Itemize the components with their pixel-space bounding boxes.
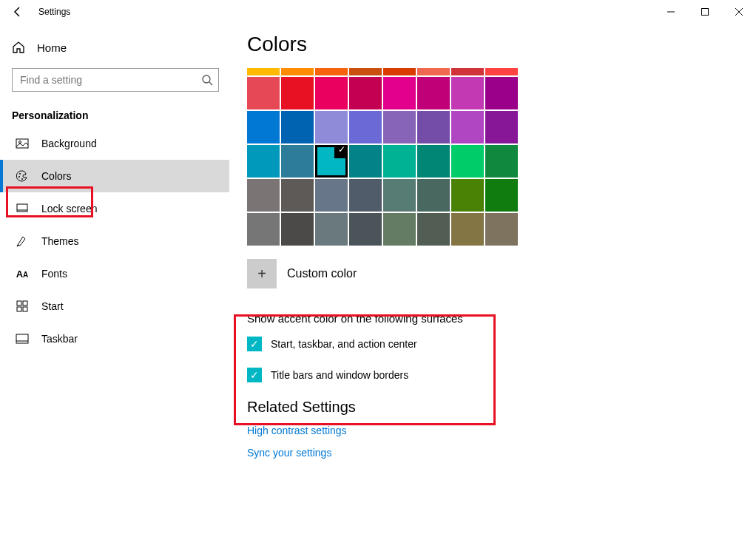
svg-point-9 — [18, 176, 20, 178]
svg-rect-17 — [16, 334, 28, 343]
color-swatch[interactable] — [451, 111, 484, 143]
color-swatch[interactable] — [281, 179, 314, 212]
checkbox-titlebars-label: Title bars and window borders — [271, 369, 408, 381]
checkbox-titlebars[interactable]: ✓ — [247, 368, 262, 382]
color-swatch[interactable] — [485, 213, 518, 246]
search-input[interactable] — [12, 68, 219, 92]
color-swatch[interactable] — [315, 68, 348, 75]
color-swatch[interactable] — [281, 213, 314, 246]
fonts-icon: AA — [15, 268, 30, 280]
link-high-contrast[interactable]: High contrast settings — [247, 425, 738, 436]
color-swatch[interactable] — [247, 145, 280, 178]
color-swatch[interactable] — [485, 77, 518, 109]
checkbox-start-taskbar-label: Start, taskbar, and action center — [271, 338, 417, 350]
sidebar: Home Personalization Background Colors L… — [0, 24, 229, 537]
custom-color-label: Custom color — [287, 267, 357, 280]
color-swatch[interactable] — [281, 77, 314, 109]
color-swatch[interactable] — [281, 68, 314, 75]
color-swatch[interactable] — [417, 111, 450, 143]
svg-point-4 — [203, 75, 210, 83]
color-swatch[interactable] — [247, 111, 280, 143]
search-icon — [201, 74, 213, 86]
color-swatch[interactable] — [485, 145, 518, 178]
home-label: Home — [37, 41, 67, 54]
svg-rect-13 — [17, 301, 21, 305]
color-swatch[interactable] — [315, 179, 348, 212]
custom-color-button[interactable]: + — [247, 259, 277, 288]
picture-icon — [15, 137, 30, 150]
color-swatch[interactable] — [349, 145, 382, 178]
content: Colors + Custom color Show accent color … — [229, 24, 756, 537]
color-row-thin — [247, 68, 738, 75]
link-sync-settings[interactable]: Sync your settings — [247, 447, 738, 459]
svg-rect-14 — [23, 301, 27, 305]
color-swatch[interactable] — [451, 68, 484, 75]
color-swatch[interactable] — [383, 68, 416, 75]
surfaces-heading: Show accent color on the following surfa… — [247, 312, 738, 325]
color-palette — [247, 77, 738, 246]
color-swatch[interactable] — [485, 179, 518, 212]
lockscreen-icon — [15, 202, 30, 215]
home-icon — [12, 41, 25, 54]
start-icon — [15, 300, 30, 312]
color-swatch[interactable] — [247, 68, 280, 75]
color-swatch[interactable] — [485, 111, 518, 143]
sidebar-item-themes[interactable]: Themes — [0, 225, 229, 257]
related-settings-title: Related Settings — [247, 399, 738, 416]
page-title: Colors — [247, 33, 738, 56]
color-swatch[interactable] — [315, 145, 348, 178]
color-swatch[interactable] — [417, 179, 450, 212]
window-title: Settings — [38, 7, 70, 17]
color-swatch[interactable] — [383, 77, 416, 109]
color-swatch[interactable] — [451, 77, 484, 109]
color-swatch[interactable] — [315, 213, 348, 246]
close-button[interactable] — [722, 0, 756, 24]
color-swatch[interactable] — [451, 179, 484, 212]
taskbar-icon — [15, 332, 30, 345]
back-button[interactable] — [6, 0, 30, 24]
color-swatch[interactable] — [417, 77, 450, 109]
color-swatch[interactable] — [485, 68, 518, 75]
svg-line-5 — [209, 82, 212, 85]
maximize-button[interactable] — [688, 0, 722, 24]
section-title: Personalization — [0, 98, 229, 127]
svg-point-10 — [21, 178, 23, 180]
color-swatch[interactable] — [247, 179, 280, 212]
home-button[interactable]: Home — [0, 33, 229, 62]
svg-point-8 — [19, 173, 21, 175]
color-swatch[interactable] — [383, 179, 416, 212]
color-swatch[interactable] — [349, 179, 382, 212]
palette-icon — [15, 169, 30, 183]
sidebar-item-background[interactable]: Background — [0, 127, 229, 160]
sidebar-item-start[interactable]: Start — [0, 290, 229, 322]
color-swatch[interactable] — [349, 68, 382, 75]
themes-icon — [15, 234, 30, 248]
svg-rect-16 — [23, 307, 27, 311]
color-swatch[interactable] — [383, 145, 416, 178]
color-swatch[interactable] — [247, 77, 280, 109]
color-swatch[interactable] — [383, 111, 416, 143]
color-swatch[interactable] — [247, 213, 280, 246]
svg-point-7 — [19, 141, 21, 143]
color-swatch[interactable] — [349, 213, 382, 246]
color-swatch[interactable] — [417, 213, 450, 246]
minimize-button[interactable] — [654, 0, 688, 24]
color-swatch[interactable] — [315, 77, 348, 109]
color-swatch[interactable] — [417, 68, 450, 75]
color-swatch[interactable] — [383, 213, 416, 246]
color-swatch[interactable] — [281, 111, 314, 143]
color-swatch[interactable] — [451, 145, 484, 178]
sidebar-item-lockscreen[interactable]: Lock screen — [0, 192, 229, 225]
sidebar-item-taskbar[interactable]: Taskbar — [0, 322, 229, 355]
color-swatch[interactable] — [451, 213, 484, 246]
color-swatch[interactable] — [349, 77, 382, 109]
color-swatch[interactable] — [315, 111, 348, 143]
sidebar-item-fonts[interactable]: AA Fonts — [0, 257, 229, 290]
sidebar-item-colors[interactable]: Colors — [0, 160, 229, 192]
color-swatch[interactable] — [349, 111, 382, 143]
svg-rect-1 — [702, 9, 709, 16]
color-swatch[interactable] — [281, 145, 314, 178]
checkbox-start-taskbar[interactable]: ✓ — [247, 337, 262, 351]
color-swatch[interactable] — [417, 145, 450, 178]
svg-rect-15 — [17, 307, 21, 311]
